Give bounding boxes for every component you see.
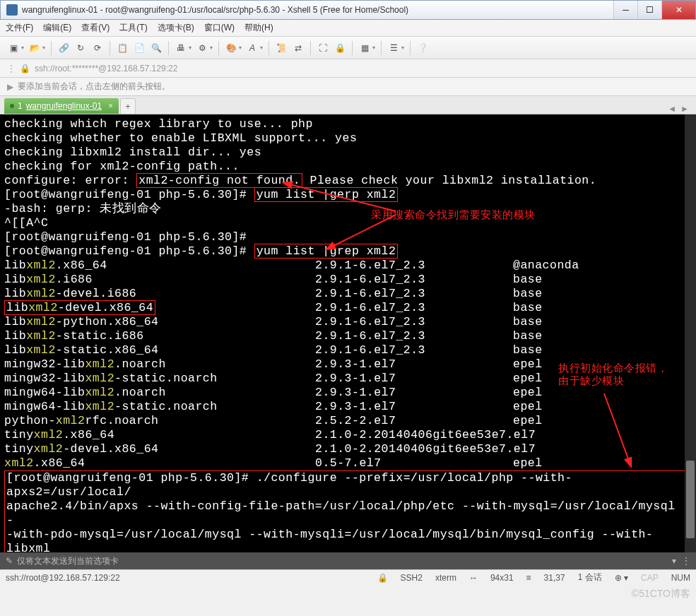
properties-icon[interactable]: ⚙ — [194, 40, 210, 56]
lock-icon: 🔒 — [20, 64, 30, 73]
cmd-highlight: yum list |gerp xml2 — [254, 187, 399, 202]
status-nav-icon[interactable]: ⊕ ▾ — [615, 573, 628, 583]
app-icon — [6, 4, 18, 16]
window-titlebar: wangruifenglinux-01 - root@wangruifeng-0… — [0, 0, 696, 20]
lock-icon[interactable]: 🔒 — [332, 40, 348, 56]
send-dropdown-icon[interactable]: ▾ — [672, 556, 676, 566]
tab-close-icon[interactable]: × — [108, 101, 113, 111]
package-row: xml2.x86_640.5-7.el7epel — [4, 456, 692, 470]
hint-text: 要添加当前会话，点击左侧的箭头按钮。 — [18, 81, 170, 93]
help-icon[interactable]: ❔ — [415, 40, 430, 56]
scrollbar-thumb[interactable] — [686, 461, 695, 538]
paste-icon[interactable]: 📄 — [131, 40, 147, 56]
package-row: mingw64-libxml2-static.noarch2.9.3-1.el7… — [4, 400, 692, 414]
status-sessions: 1 会话 — [578, 571, 602, 584]
dropdown-icon[interactable]: ▾ — [210, 45, 213, 51]
menu-view[interactable]: 查看(V) — [81, 22, 110, 34]
close-button[interactable]: ✕ — [661, 1, 695, 19]
tab-prev-icon[interactable]: ◄ — [668, 104, 676, 114]
status-term: xterm — [435, 573, 456, 583]
arrow-icon[interactable]: ▶ — [7, 82, 13, 92]
package-row: mingw32-libxml2.noarch2.9.3-1.el7epel — [4, 357, 692, 372]
session-tab[interactable]: 1 wangruifenglinux-01 × — [4, 98, 119, 114]
find-icon[interactable]: 🔍 — [148, 40, 164, 56]
hint-bar: ▶ 要添加当前会话，点击左侧的箭头按钮。 — [0, 78, 696, 96]
layout-icon[interactable]: ▦ — [357, 40, 372, 56]
new-session-icon[interactable]: ▣ — [6, 40, 21, 56]
font-icon[interactable]: A — [244, 40, 260, 56]
dropdown-icon[interactable]: ▾ — [372, 45, 375, 51]
menu-window[interactable]: 窗口(W) — [204, 22, 235, 34]
package-row: mingw32-libxml2-static.noarch2.9.3-1.el7… — [4, 372, 692, 386]
send-pin-icon[interactable]: ⋮ — [682, 556, 690, 566]
menu-file[interactable]: 文件(F) — [6, 22, 33, 34]
terminal-line: [root@wangruifeng-01 php-5.6.30]# yum li… — [4, 244, 692, 259]
error-highlight: xml2-config not found. — [136, 173, 302, 188]
tab-strip: 1 wangruifenglinux-01 × + ◄ ► — [0, 96, 696, 114]
package-row: libxml2-devel.x86_642.9.1-6.el7_2.3base — [4, 301, 692, 315]
dropdown-icon[interactable]: ▾ — [21, 45, 24, 51]
fullscreen-icon[interactable]: ⛶ — [315, 40, 331, 56]
dropdown-icon[interactable]: ▾ — [401, 45, 404, 51]
cmd-highlight: yum list |grep xml2 — [254, 244, 399, 259]
menu-tab[interactable]: 选项卡(B) — [158, 22, 194, 34]
status-pos-icon: ≡ — [526, 573, 531, 583]
dropdown-icon[interactable]: ⋮ — [7, 64, 16, 73]
reconnect-icon[interactable]: ↻ — [73, 40, 88, 56]
terminal-line: apache2.4/bin/apxs --with-config-file-pa… — [6, 499, 690, 528]
send-icon[interactable]: ✎ — [6, 556, 13, 566]
terminal-line: -bash: gerp: 未找到命令 — [4, 202, 692, 216]
menu-tools[interactable]: 工具(T) — [119, 22, 147, 34]
tab-label: wangruifenglinux-01 — [26, 101, 102, 111]
menu-edit[interactable]: 编辑(E) — [43, 22, 71, 34]
maximize-button[interactable]: ☐ — [637, 1, 661, 19]
session-list-icon[interactable]: ☰ — [386, 40, 401, 56]
status-ssh-icon: 🔒 — [377, 573, 388, 583]
terminal-line: checking for xml2-config path... — [4, 160, 692, 174]
terminal-line: checking which regex library to use... p… — [4, 117, 692, 131]
package-highlight: libxml2-devel.x86_64 — [4, 300, 155, 315]
terminal-line: -with-pdo-mysql=/usr/local/mysql --with-… — [6, 528, 690, 552]
menu-help[interactable]: 帮助(H) — [244, 22, 273, 34]
package-row: libxml2-static.i6862.9.1-6.el7_2.3base — [4, 329, 692, 343]
scrollbar[interactable] — [685, 114, 696, 552]
send-text[interactable]: 仅将文本发送到当前选项卡 — [17, 555, 119, 567]
tab-add-button[interactable]: + — [120, 98, 136, 114]
connect-icon[interactable]: 🔗 — [56, 40, 71, 56]
menu-bar: 文件(F) 编辑(E) 查看(V) 工具(T) 选项卡(B) 窗口(W) 帮助(… — [0, 20, 696, 37]
status-num: NUM — [671, 573, 690, 583]
dropdown-icon[interactable]: ▾ — [239, 45, 242, 51]
address-text[interactable]: ssh://root:********@192.168.57.129:22 — [35, 64, 177, 73]
dropdown-icon[interactable]: ▾ — [42, 45, 45, 51]
print-icon[interactable]: 🖶 — [173, 40, 189, 56]
package-row: tinyxml2-devel.x86_642.1.0-2.20140406git… — [4, 442, 692, 456]
status-cap: CAP — [641, 573, 659, 583]
package-row: libxml2.x86_642.9.1-6.el7_2.3@anaconda — [4, 259, 692, 273]
open-icon[interactable]: 📂 — [27, 40, 42, 56]
send-bar: ✎ 仅将文本发送到当前选项卡 ▾ ⋮ — [0, 552, 696, 569]
tab-next-icon[interactable]: ► — [680, 104, 689, 114]
dropdown-icon[interactable]: ▾ — [260, 45, 263, 51]
dropdown-icon[interactable]: ▾ — [189, 45, 191, 51]
status-size: 94x31 — [490, 573, 514, 583]
terminal-line: configure: error: xml2-config not found.… — [4, 174, 692, 188]
status-dot-icon — [10, 104, 14, 108]
tab-index: 1 — [18, 101, 23, 111]
disconnect-icon[interactable]: ⟳ — [90, 40, 105, 56]
terminal-line: [root@wangruifeng-01 php-5.6.30]# yum li… — [4, 188, 692, 202]
status-bar: ssh://root@192.168.57.129:22 🔒 SSH2 xter… — [0, 569, 696, 585]
configure-highlight: [root@wangruifeng-01 php-5.6.30]# ./conf… — [4, 470, 692, 552]
package-row: python-xml2rfc.noarch2.5.2-2.el7epel — [4, 414, 692, 428]
transfer-icon[interactable]: ⇄ — [290, 40, 306, 56]
copy-icon[interactable]: 📋 — [114, 40, 130, 56]
watermark: ©51CTO博客 — [632, 588, 690, 600]
terminal-line: [root@wangruifeng-01 php-5.6.30]# ./conf… — [6, 471, 690, 499]
package-row: mingw64-libxml2.noarch2.9.3-1.el7epel — [4, 386, 692, 400]
package-row: libxml2-python.x86_642.9.1-6.el7_2.3base — [4, 315, 692, 329]
status-size-icon: ↔ — [469, 573, 478, 583]
script-icon[interactable]: 📜 — [273, 40, 289, 56]
terminal[interactable]: checking which regex library to use... p… — [0, 114, 696, 552]
color-icon[interactable]: 🎨 — [223, 40, 239, 56]
terminal-line: [root@wangruifeng-01 php-5.6.30]# — [4, 230, 692, 244]
minimize-button[interactable]: ─ — [613, 1, 637, 19]
